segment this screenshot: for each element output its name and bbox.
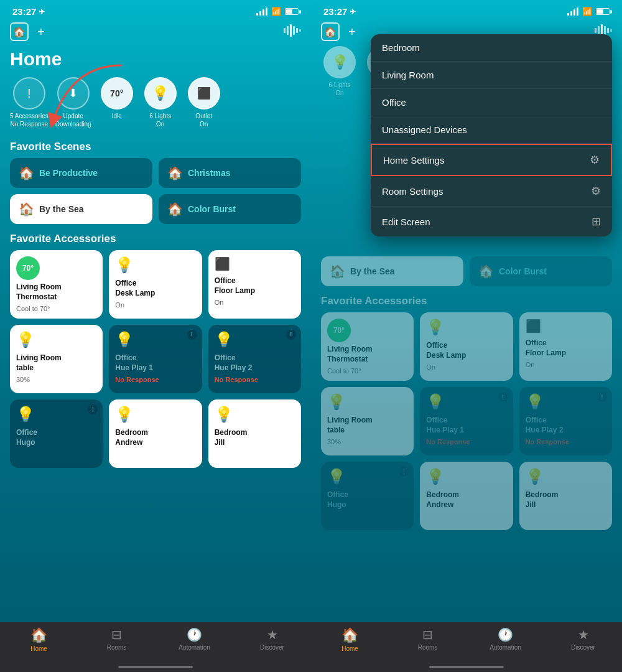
svg-rect-1: [284, 28, 285, 33]
right-sea-label: By the Sea: [350, 266, 395, 276]
scene-christmas[interactable]: 🏠 Christmas: [159, 158, 301, 188]
status-pill-update[interactable]: ⬇ UpdateDownloading: [55, 77, 92, 128]
right-accessories-grid: 70° Living RoomThermostat Cool to 70° 💡 …: [311, 312, 622, 536]
hue-play2-status: No Response: [215, 375, 295, 384]
right-signal-icon: [567, 7, 578, 16]
time-display: 23:27: [12, 6, 36, 17]
tab-automation-icon: 🕐: [187, 627, 202, 642]
dropdown-home-settings[interactable]: Home Settings ⚙: [371, 144, 612, 176]
scene-christmas-icon: 🏠: [167, 166, 183, 180]
desk-lamp-name: OfficeDesk Lamp: [115, 279, 195, 298]
jill-icon: 💡: [215, 406, 295, 423]
lr-table-icon: 💡: [16, 331, 96, 348]
right-tab-discover[interactable]: ★ Discover: [544, 627, 622, 651]
right-tab-discover-label: Discover: [571, 644, 595, 651]
right-phone-panel: 23:27 ✈ 📶 🏠 +: [311, 0, 622, 672]
right-status-pill-lights: 💡 6 LightsOn: [321, 46, 358, 97]
svg-rect-5: [296, 28, 298, 33]
floor-lamp-status: On: [215, 298, 295, 307]
right-tab-home[interactable]: 🏠 Home: [311, 627, 389, 652]
room-settings-icon: ⚙: [591, 184, 601, 198]
accessory-hugo[interactable]: ! 💡 OfficeHugo: [10, 399, 103, 468]
dropdown-room-settings[interactable]: Room Settings ⚙: [371, 176, 612, 207]
right-battery-icon: [596, 8, 610, 15]
right-accessory-hue-play1: ! 💡 OfficeHue Play 1 No Response: [420, 387, 513, 455]
scene-row-1: 🏠 Be Productive 🏠 Christmas: [0, 158, 311, 194]
right-tab-home-icon: 🏠: [341, 627, 358, 643]
accessory-jill[interactable]: 💡 BedroomJill: [208, 399, 301, 468]
tab-discover-label: Discover: [260, 644, 284, 651]
accessory-lr-table[interactable]: 💡 Living Roomtable 30%: [10, 325, 103, 393]
tab-discover[interactable]: ★ Discover: [233, 627, 311, 651]
scene-burst-icon: 🏠: [167, 202, 183, 217]
right-home-indicator: [429, 666, 504, 668]
dropdown-living-room[interactable]: Living Room: [371, 62, 612, 89]
lr-table-status: 30%: [16, 375, 96, 384]
audio-wave-icon[interactable]: [284, 24, 301, 40]
thermostat-status: Cool to 70°: [16, 304, 96, 313]
accessory-andrew[interactable]: 💡 BedroomAndrew: [109, 399, 202, 468]
right-scene-by-the-sea: 🏠 By the Sea: [321, 256, 463, 286]
dropdown-bedroom[interactable]: Bedroom: [371, 34, 612, 62]
hue-play1-name: OfficeHue Play 1: [115, 353, 195, 373]
scene-christmas-label: Christmas: [188, 168, 230, 178]
add-button[interactable]: +: [37, 25, 45, 39]
tab-automation[interactable]: 🕐 Automation: [156, 627, 233, 651]
right-accessory-thermostat: 70° Living RoomThermostat Cool to 70°: [321, 312, 414, 381]
right-fav-accessories-label: Favorite Accessories: [311, 292, 622, 312]
svg-rect-6: [299, 29, 301, 32]
right-home-nav-icon[interactable]: 🏠: [321, 22, 340, 41]
right-accessory-lr-table: 💡 Living Roomtable 30%: [321, 387, 414, 455]
scene-be-productive[interactable]: 🏠 Be Productive: [10, 158, 152, 188]
right-tab-rooms[interactable]: ⊟ Rooms: [389, 627, 466, 651]
scene-color-burst[interactable]: 🏠 Color Burst: [159, 194, 301, 224]
svg-rect-7: [595, 28, 596, 33]
dropdown-edit-screen[interactable]: Edit Screen ⊞: [371, 207, 612, 236]
desk-lamp-icon: 💡: [115, 256, 195, 274]
edit-screen-icon: ⊞: [592, 215, 601, 228]
right-status-bar: 23:27 ✈ 📶: [311, 0, 622, 20]
right-sea-icon: 🏠: [330, 264, 345, 279]
svg-rect-12: [610, 29, 612, 32]
right-add-button[interactable]: +: [348, 25, 356, 39]
tab-rooms-label: Rooms: [107, 644, 127, 651]
dropdown-unassigned[interactable]: Unassigned Devices: [371, 116, 612, 144]
accessory-hue-play2[interactable]: ! 💡 OfficeHue Play 2 No Response: [208, 325, 301, 393]
right-tab-automation[interactable]: 🕐 Automation: [466, 627, 544, 651]
tab-home-label: Home: [30, 645, 47, 652]
accessory-desk-lamp[interactable]: 💡 OfficeDesk Lamp On: [109, 250, 202, 319]
svg-rect-8: [598, 26, 600, 35]
tab-discover-icon: ★: [267, 627, 278, 642]
right-scene-row-2: 🏠 By the Sea 🏠 Color Burst: [311, 256, 622, 292]
tab-rooms-icon: ⊟: [111, 627, 122, 642]
accessory-floor-lamp[interactable]: ⬛ OfficeFloor Lamp On: [208, 250, 301, 319]
home-nav-icon[interactable]: 🏠: [10, 22, 29, 41]
accessory-hue-play1[interactable]: ! 💡 OfficeHue Play 1 No Response: [109, 325, 202, 393]
right-tab-automation-icon: 🕐: [498, 627, 513, 642]
status-pill-outlet[interactable]: ⬛ OutletOn: [185, 77, 223, 128]
tab-home-icon: 🏠: [30, 627, 47, 643]
hue-play1-alert: !: [187, 330, 197, 340]
hue-play1-icon: 💡: [115, 331, 195, 348]
jill-name: BedroomJill: [215, 428, 295, 447]
status-pills-row: ! 5 AccessoriesNo Response ⬇ UpdateDownl…: [0, 77, 311, 138]
right-location-icon: ✈: [350, 7, 356, 16]
left-phone-panel: 23:27 ✈ 📶 🏠 +: [0, 0, 311, 672]
right-accessory-desk-lamp: 💡 OfficeDesk Lamp On: [420, 312, 513, 381]
tab-rooms[interactable]: ⊟ Rooms: [78, 627, 156, 651]
hue-play2-icon: 💡: [215, 331, 295, 348]
desk-lamp-status: On: [115, 301, 195, 309]
scene-by-the-sea[interactable]: 🏠 By the Sea: [10, 194, 152, 224]
status-pill-thermostat[interactable]: 70° Idle: [98, 77, 136, 128]
accessories-grid: 70° Living RoomThermostat Cool to 70° 💡 …: [0, 250, 311, 474]
dropdown-office[interactable]: Office: [371, 89, 612, 116]
accessory-thermostat[interactable]: 70° Living RoomThermostat Cool to 70°: [10, 250, 103, 319]
tab-home[interactable]: 🏠 Home: [0, 627, 78, 652]
dropdown-overlay: Bedroom Living Room Office Unassigned De…: [361, 34, 622, 236]
right-burst-icon: 🏠: [478, 264, 494, 279]
lr-table-name: Living Roomtable: [16, 353, 96, 373]
tab-automation-label: Automation: [179, 644, 210, 651]
battery-icon: [285, 8, 299, 15]
status-pill-lights[interactable]: 💡 6 LightsOn: [142, 77, 179, 128]
status-pill-accessories[interactable]: ! 5 AccessoriesNo Response: [10, 77, 49, 128]
